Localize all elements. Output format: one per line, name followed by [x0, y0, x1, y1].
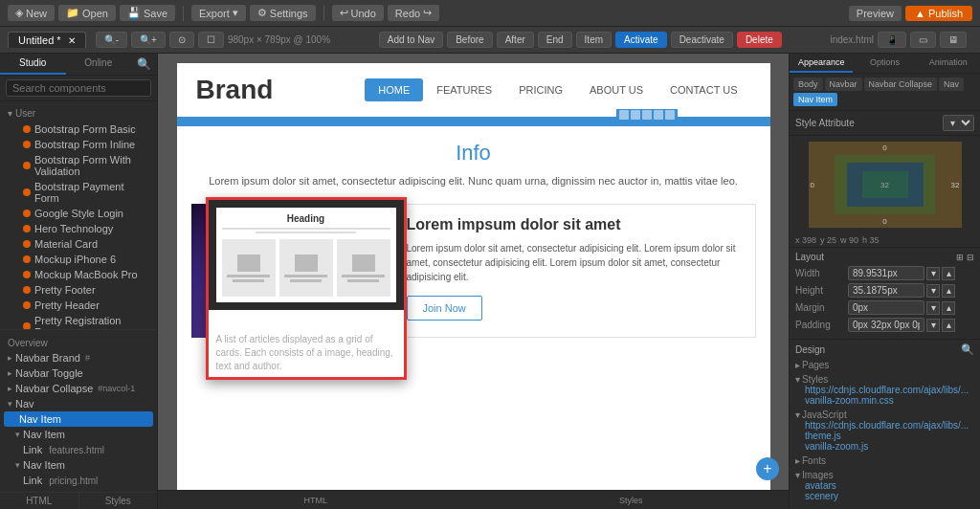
- js-link-3[interactable]: vanilla-zoom.js: [805, 441, 974, 452]
- list-item[interactable]: Material Card: [8, 236, 149, 252]
- tree-item-navbar-collapse[interactable]: ▸ Navbar Collapse #navcol-1: [0, 381, 157, 396]
- online-tab[interactable]: Online: [66, 54, 132, 75]
- html-label[interactable]: HTML: [303, 496, 327, 505]
- tree-item-nav-item-3[interactable]: ▾ Nav Item: [0, 457, 157, 473]
- styles-tab[interactable]: Styles: [79, 493, 158, 509]
- phone-view-btn[interactable]: 📱: [878, 32, 906, 48]
- list-item[interactable]: Bootstrap Form Basic: [8, 122, 149, 137]
- add-to-nav-btn[interactable]: Add to Nav: [379, 32, 443, 48]
- zoom-out-btn[interactable]: 🔍-: [96, 32, 127, 48]
- list-item[interactable]: Pretty Footer: [8, 282, 149, 298]
- images-link-scenery[interactable]: scenery: [805, 491, 974, 501]
- tree-item-link-features[interactable]: Link features.html: [0, 442, 157, 457]
- desktop-view-btn[interactable]: 🖥: [940, 32, 967, 48]
- html-tab[interactable]: HTML: [0, 493, 79, 509]
- margin-input[interactable]: [848, 300, 924, 315]
- after-btn[interactable]: After: [497, 32, 534, 48]
- tree-item-link-pricing[interactable]: Link pricing.html: [0, 473, 157, 488]
- reset-btn[interactable]: ⊙: [169, 32, 194, 48]
- width-increment[interactable]: ▴: [942, 267, 955, 280]
- tree-item-nav-item-active[interactable]: Nav Item: [4, 411, 153, 427]
- undo-button[interactable]: ↩ Undo: [332, 5, 384, 21]
- open-button[interactable]: 📁 Open: [58, 5, 116, 21]
- new-button[interactable]: ◈ New: [8, 5, 55, 21]
- list-item[interactable]: Pretty Registration Form: [8, 313, 149, 329]
- handle-plus[interactable]: [654, 110, 663, 120]
- ctx-nav-item[interactable]: Nav Item: [793, 93, 837, 106]
- delete-btn[interactable]: Delete: [737, 32, 782, 48]
- deactivate-btn[interactable]: Deactivate: [671, 32, 733, 48]
- ctx-body[interactable]: Body: [793, 77, 823, 91]
- redo-button[interactable]: Redo ↪: [388, 5, 439, 21]
- save-button[interactable]: 💾 Save: [120, 5, 175, 21]
- fonts-header[interactable]: ▸ Fonts: [795, 455, 974, 466]
- list-item[interactable]: Hero Technology: [8, 221, 149, 236]
- ctx-navbar[interactable]: Navbar: [825, 77, 862, 91]
- styles-label[interactable]: Styles: [619, 496, 643, 505]
- tab-animation[interactable]: Animation: [917, 54, 980, 73]
- user-section-header[interactable]: ▾ User: [8, 105, 149, 122]
- handle-more[interactable]: [665, 110, 675, 120]
- js-header[interactable]: ▾ JavaScript: [795, 409, 974, 420]
- end-btn[interactable]: End: [538, 32, 572, 48]
- nav-item-home[interactable]: HOME: [365, 78, 423, 101]
- ctx-nav[interactable]: Nav: [939, 77, 964, 91]
- nav-item-features[interactable]: FEATURES: [423, 78, 505, 101]
- export-button[interactable]: Export ▾: [191, 5, 246, 21]
- list-item[interactable]: Bootstrap Form With Validation: [8, 152, 149, 179]
- studio-tab[interactable]: Studio: [0, 54, 66, 75]
- style-attr-select[interactable]: ▾: [943, 115, 974, 131]
- add-component-button[interactable]: +: [756, 457, 779, 480]
- css-link-2[interactable]: vanilla-zoom.min.css: [805, 395, 974, 406]
- tree-item-nav-item-2[interactable]: ▾ Nav Item: [0, 427, 157, 442]
- nav-item-about[interactable]: ABOUT US: [576, 78, 657, 101]
- layout-icon-2[interactable]: ⊟: [967, 253, 974, 262]
- close-icon[interactable]: ✕: [68, 35, 76, 46]
- tree-item-navbar-brand[interactable]: ▸ Navbar Brand #: [0, 350, 157, 365]
- width-decrement[interactable]: ▾: [926, 267, 940, 280]
- padding-increment[interactable]: ▴: [942, 319, 955, 332]
- height-increment[interactable]: ▴: [942, 284, 955, 298]
- list-item[interactable]: Bootstrap Form Inline: [8, 137, 149, 152]
- padding-decrement[interactable]: ▾: [926, 319, 940, 332]
- padding-input[interactable]: [848, 318, 924, 332]
- ctx-navbar-collapse[interactable]: Navbar Collapse: [864, 77, 938, 91]
- height-decrement[interactable]: ▾: [926, 284, 940, 298]
- tree-item-nav[interactable]: ▾ Nav: [0, 396, 157, 411]
- settings-button[interactable]: ⚙ Settings: [250, 5, 316, 21]
- search-icon-btn[interactable]: 🔍: [131, 54, 157, 75]
- images-link-avatars[interactable]: avatars: [805, 480, 974, 491]
- list-item[interactable]: Bootstrap Payment Form: [8, 179, 149, 206]
- canvas-area[interactable]: Brand HOME FEATURES PRICING ABOUT US CON…: [158, 54, 789, 490]
- margin-decrement[interactable]: ▾: [926, 301, 940, 315]
- zoom-in-btn[interactable]: 🔍+: [131, 32, 166, 48]
- tab-appearance[interactable]: Appearance: [790, 54, 853, 73]
- width-input[interactable]: [848, 266, 924, 280]
- list-item[interactable]: Pretty Header: [8, 298, 149, 313]
- tree-item-navbar-toggle[interactable]: ▸ Navbar Toggle: [0, 365, 157, 381]
- layout-icon-1[interactable]: ⊞: [956, 253, 964, 262]
- handle-delete[interactable]: [642, 110, 652, 120]
- activate-btn[interactable]: Activate: [615, 32, 667, 48]
- item-btn[interactable]: Item: [576, 32, 612, 48]
- list-item[interactable]: Mockup MacBook Pro: [8, 267, 149, 282]
- preview-button[interactable]: Preview: [849, 6, 902, 21]
- js-link-1[interactable]: https://cdnjs.cloudflare.com/ajax/libs/.…: [805, 420, 974, 431]
- height-input[interactable]: [848, 283, 924, 298]
- css-link-1[interactable]: https://cdnjs.cloudflare.com/ajax/libs/.…: [805, 385, 974, 395]
- list-item[interactable]: Mockup iPhone 6: [8, 252, 149, 267]
- device-btn[interactable]: ☐: [198, 32, 224, 48]
- images-header[interactable]: ▾ Images: [795, 470, 974, 480]
- search-design-icon[interactable]: 🔍: [961, 343, 974, 356]
- file-tab[interactable]: Untitled * ✕: [8, 32, 86, 48]
- nav-item-pricing[interactable]: PRICING: [505, 78, 576, 101]
- handle-move[interactable]: [619, 110, 629, 120]
- js-link-2[interactable]: theme.js: [805, 431, 974, 441]
- list-item[interactable]: Google Style Login: [8, 206, 149, 221]
- tab-options[interactable]: Options: [853, 54, 916, 73]
- join-now-button[interactable]: Join Now: [407, 296, 482, 321]
- margin-increment[interactable]: ▴: [942, 301, 955, 315]
- nav-item-contact[interactable]: CONTACT US: [657, 78, 751, 101]
- before-btn[interactable]: Before: [447, 32, 492, 48]
- styles-header[interactable]: ▾ Styles: [795, 374, 974, 385]
